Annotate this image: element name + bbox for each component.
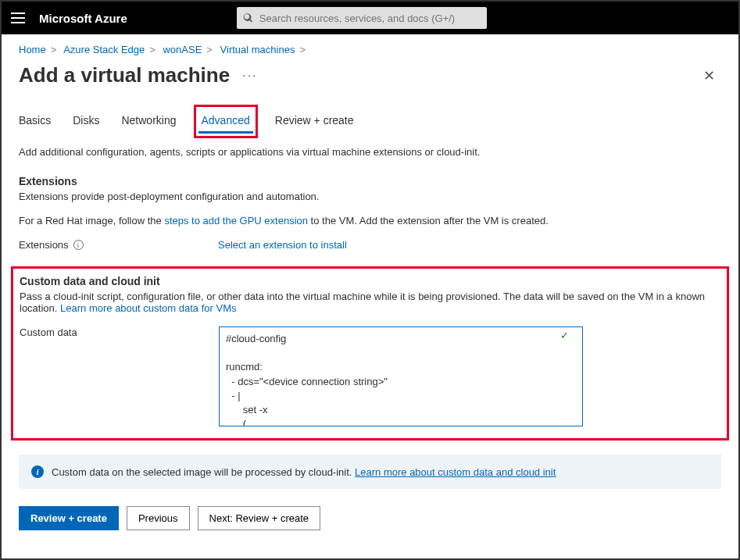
breadcrumb-vms[interactable]: Virtual machines bbox=[220, 44, 295, 55]
extensions-desc: Extensions provide post-deployment confi… bbox=[19, 191, 721, 202]
cloud-init-info-banner: i Custom data on the selected image will… bbox=[19, 455, 721, 489]
tab-description: Add additional configuration, agents, sc… bbox=[19, 146, 721, 158]
select-extension-link[interactable]: Select an extension to install bbox=[218, 239, 347, 251]
more-actions-icon[interactable]: ··· bbox=[242, 69, 257, 83]
previous-button[interactable]: Previous bbox=[127, 506, 190, 530]
wizard-footer: Review + create Previous Next: Review + … bbox=[19, 506, 721, 543]
tab-basics[interactable]: Basics bbox=[19, 109, 51, 134]
cloud-init-section: Custom data and cloud init Pass a cloud-… bbox=[11, 266, 729, 441]
breadcrumb-stackedge[interactable]: Azure Stack Edge bbox=[63, 44, 145, 55]
cloud-init-heading: Custom data and cloud init bbox=[20, 275, 720, 287]
info-icon[interactable]: i bbox=[73, 240, 84, 250]
check-icon: ✓ bbox=[560, 330, 569, 341]
tab-advanced[interactable]: Advanced bbox=[198, 109, 253, 134]
learn-custom-data-link[interactable]: Learn more about custom data for VMs bbox=[60, 302, 236, 314]
banner-link[interactable]: Learn more about custom data and cloud i… bbox=[355, 466, 556, 478]
breadcrumb: Home> Azure Stack Edge> wonASE> Virtual … bbox=[19, 44, 721, 55]
review-create-button[interactable]: Review + create bbox=[19, 506, 119, 530]
cloud-init-desc: Pass a cloud-init script, configuration … bbox=[20, 291, 720, 314]
global-search[interactable] bbox=[237, 7, 487, 29]
breadcrumb-home[interactable]: Home bbox=[19, 44, 46, 55]
breadcrumb-wonase[interactable]: wonASE bbox=[163, 44, 202, 55]
next-button[interactable]: Next: Review + create bbox=[198, 506, 321, 530]
brand-label: Microsoft Azure bbox=[39, 12, 127, 25]
tab-review[interactable]: Review + create bbox=[275, 109, 354, 134]
search-icon bbox=[243, 12, 253, 23]
gpu-extension-link[interactable]: steps to add the GPU extension bbox=[164, 215, 308, 226]
page-title: Add a virtual machine bbox=[19, 63, 230, 87]
info-icon: i bbox=[31, 465, 44, 478]
search-input[interactable] bbox=[259, 12, 481, 24]
custom-data-label: Custom data bbox=[20, 326, 219, 338]
extensions-heading: Extensions bbox=[19, 175, 721, 187]
tab-networking[interactable]: Networking bbox=[121, 109, 176, 134]
custom-data-textarea[interactable] bbox=[219, 326, 583, 426]
close-icon[interactable]: ✕ bbox=[697, 64, 721, 87]
banner-text: Custom data on the selected image will b… bbox=[52, 466, 355, 478]
wizard-tabs: Basics Disks Networking Advanced Review … bbox=[19, 109, 721, 134]
top-navbar: Microsoft Azure bbox=[2, 2, 738, 34]
menu-icon[interactable] bbox=[11, 12, 25, 23]
title-bar: Add a virtual machine ··· ✕ bbox=[19, 63, 721, 87]
extensions-redhat: For a Red Hat image, follow the steps to… bbox=[19, 215, 721, 226]
tab-disks[interactable]: Disks bbox=[73, 109, 99, 134]
extensions-label: Extensions i bbox=[19, 239, 218, 251]
